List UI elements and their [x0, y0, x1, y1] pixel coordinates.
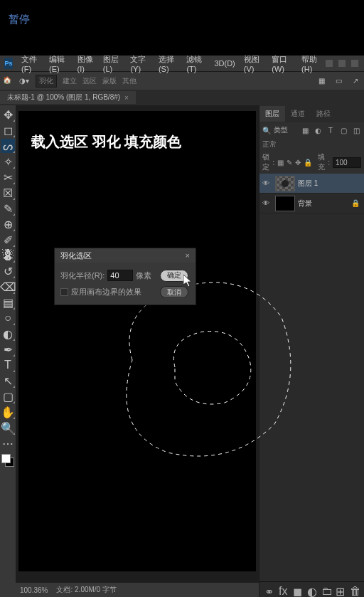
- lock-label: 锁定: [262, 152, 269, 172]
- eraser-tool[interactable]: ⌫: [1, 280, 15, 294]
- tab-layers[interactable]: 图层: [259, 106, 285, 122]
- visibility-icon[interactable]: 👁: [259, 179, 272, 187]
- canvas[interactable]: 载入选区 羽化 填充颜色: [18, 111, 256, 571]
- lock-all-icon[interactable]: 🔒: [304, 157, 312, 167]
- path-select-tool[interactable]: ↖: [1, 374, 15, 388]
- frame-tool[interactable]: ☒: [1, 186, 15, 200]
- radius-input[interactable]: [107, 270, 133, 281]
- menu-layer[interactable]: 图层(L): [99, 54, 127, 73]
- visibility-icon[interactable]: 👁: [259, 199, 272, 207]
- layer-thumbnail[interactable]: [275, 196, 295, 211]
- fill-label: 填充: [318, 152, 325, 172]
- ok-button[interactable]: 确定: [160, 270, 188, 282]
- type-tool[interactable]: T: [1, 358, 15, 372]
- layer-name[interactable]: 图层 1: [298, 179, 318, 189]
- layer-row[interactable]: 👁 背景 🔒: [259, 194, 364, 213]
- menu-help[interactable]: 帮助(H): [297, 54, 326, 73]
- apply-canvas-checkbox[interactable]: [60, 288, 68, 296]
- link-icon[interactable]: ⚭: [264, 585, 274, 595]
- lock-position-icon[interactable]: ✥: [295, 157, 301, 167]
- gradient-tool[interactable]: ▤: [1, 295, 15, 310]
- hand-tool[interactable]: ✋: [1, 405, 15, 419]
- dialog-title: 羽化选区: [60, 250, 92, 261]
- menu-select[interactable]: 选择(S): [154, 54, 183, 73]
- filter-smart-icon[interactable]: ◫: [351, 125, 361, 135]
- close-window-icon[interactable]: [351, 60, 358, 67]
- filter-type-icon[interactable]: T: [326, 125, 336, 135]
- menu-edit[interactable]: 编辑(E): [45, 54, 73, 73]
- arrange-icon[interactable]: ▦: [316, 75, 327, 87]
- tab-channels[interactable]: 通道: [285, 106, 311, 122]
- filter-shape-icon[interactable]: ▢: [338, 125, 348, 135]
- lock-transparent-icon[interactable]: ▦: [277, 157, 284, 167]
- marquee-tool[interactable]: ◻: [1, 123, 15, 137]
- zoom-tool[interactable]: 🔍: [1, 421, 15, 435]
- status-zoom[interactable]: 100.36%: [20, 586, 48, 594]
- pause-label[interactable]: 暂停: [9, 13, 30, 26]
- shape-tool[interactable]: ▢: [1, 389, 15, 403]
- pen-tool[interactable]: ✒: [1, 342, 15, 356]
- fill-input[interactable]: [333, 157, 361, 168]
- feather-option[interactable]: 羽化: [36, 75, 57, 88]
- stamp-tool[interactable]: ⛇: [1, 248, 15, 263]
- tool-preset-icon[interactable]: ◑▾: [18, 75, 30, 87]
- menu-view[interactable]: 视图(V): [240, 54, 268, 73]
- select-option[interactable]: 选区: [82, 76, 97, 86]
- menu-window[interactable]: 窗口(W): [267, 54, 297, 73]
- adjustment-icon[interactable]: ◐: [307, 585, 317, 595]
- crop-tool[interactable]: ✂: [1, 170, 15, 184]
- apply-canvas-label: 应用画布边界的效果: [71, 287, 141, 297]
- delete-icon[interactable]: 🗑: [350, 585, 360, 595]
- lasso-tool[interactable]: ᔕ: [1, 139, 15, 153]
- maximize-icon[interactable]: [338, 60, 346, 67]
- filter-img-icon[interactable]: ▦: [300, 125, 310, 135]
- dialog-title-bar[interactable]: 羽化选区 ×: [55, 248, 196, 263]
- menu-3d[interactable]: 3D(D): [210, 59, 239, 68]
- other-option[interactable]: 其他: [122, 76, 136, 86]
- home-icon[interactable]: 🏠: [3, 76, 13, 86]
- menu-image[interactable]: 图像(I): [73, 54, 99, 73]
- document-tab[interactable]: 未标题-1 @ 100% (图层 1, RGB/8#) ×: [0, 91, 136, 104]
- brush-tool[interactable]: ✐: [1, 233, 15, 247]
- menu-filter[interactable]: 滤镜(T): [182, 54, 210, 73]
- mask-icon[interactable]: ◼: [293, 585, 303, 595]
- layer-name[interactable]: 背景: [298, 199, 312, 208]
- lock-pixels-icon[interactable]: ✎: [287, 157, 292, 167]
- minimize-icon[interactable]: [326, 60, 333, 67]
- history-brush-tool[interactable]: ↺: [1, 264, 15, 278]
- healing-tool[interactable]: ⊕: [1, 217, 15, 231]
- blend-mode-dropdown[interactable]: 正常: [262, 139, 277, 149]
- tab-close-icon[interactable]: ×: [124, 94, 129, 102]
- menu-type[interactable]: 文字(Y): [126, 54, 154, 73]
- canvas-title-text: 载入选区 羽化 填充颜色: [31, 132, 181, 152]
- radius-unit: 像素: [136, 270, 151, 281]
- main-row: ✥ ◻ ᔕ ✧ ✂ ☒ ✎ ⊕ ✐ ⛇ ↺ ⌫ ▤ ○ ◐ ✒ T ↖ ▢ ✋ …: [0, 105, 364, 597]
- lock-icon: 🔒: [351, 199, 360, 207]
- color-selector[interactable]: [1, 454, 14, 467]
- move-tool[interactable]: ✥: [1, 107, 15, 122]
- new-layer-icon[interactable]: ⊞: [336, 585, 346, 595]
- edit-toolbar[interactable]: ⋯: [1, 436, 15, 450]
- filter-adjust-icon[interactable]: ◐: [313, 125, 323, 135]
- search-icon[interactable]: 🔍: [262, 127, 271, 134]
- layer-row[interactable]: 👁 图层 1: [259, 174, 364, 194]
- share-icon[interactable]: ↗: [350, 75, 361, 87]
- style-option[interactable]: 建立: [63, 76, 77, 86]
- app-window: Ps 文件(F) 编辑(E) 图像(I) 图层(L) 文字(Y) 选择(S) 滤…: [0, 56, 364, 597]
- kind-dropdown[interactable]: 类型: [274, 125, 288, 135]
- menu-file[interactable]: 文件(F): [17, 54, 45, 73]
- dodge-tool[interactable]: ◐: [1, 327, 15, 341]
- cancel-button[interactable]: 取消: [160, 286, 188, 298]
- wand-tool[interactable]: ✧: [1, 154, 15, 169]
- eyedropper-tool[interactable]: ✎: [1, 201, 15, 216]
- workspace-icon[interactable]: ▭: [333, 75, 344, 87]
- toolbar: ✥ ◻ ᔕ ✧ ✂ ☒ ✎ ⊕ ✐ ⛇ ↺ ⌫ ▤ ○ ◐ ✒ T ↖ ▢ ✋ …: [0, 105, 16, 597]
- group-icon[interactable]: 🗀: [321, 585, 331, 595]
- foreground-color-swatch[interactable]: [1, 454, 11, 463]
- tab-paths[interactable]: 路径: [311, 106, 336, 122]
- mask-option[interactable]: 蒙版: [102, 76, 117, 86]
- blur-tool[interactable]: ○: [1, 311, 15, 325]
- dialog-close-icon[interactable]: ×: [186, 251, 190, 260]
- fx-icon[interactable]: fx: [279, 585, 289, 595]
- layer-thumbnail[interactable]: [275, 176, 295, 191]
